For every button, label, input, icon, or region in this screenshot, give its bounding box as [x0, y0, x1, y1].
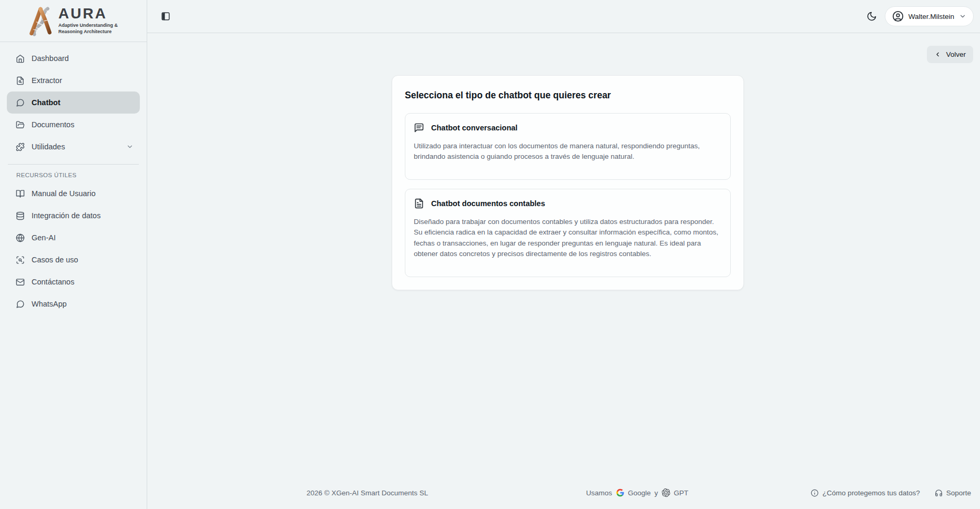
back-button[interactable]: Volver [927, 46, 973, 63]
user-avatar-icon [892, 11, 904, 22]
sidebar-item-label: WhatsApp [32, 300, 67, 308]
sidebar-item-documentos[interactable]: Documentos [7, 114, 140, 136]
providers-conjunction: y [655, 489, 658, 497]
brand-tagline: Adaptive Understanding & Reasoning Archi… [58, 23, 118, 35]
option-title: Chatbot documentos contables [431, 199, 545, 208]
openai-icon [662, 488, 670, 497]
info-icon [811, 489, 819, 497]
sidebar-item-chatbot[interactable]: Chatbot [7, 91, 140, 114]
sidebar-item-casos-de-uso[interactable]: Casos de uso [7, 249, 140, 271]
footer-providers: Usamos Google y GPT [586, 488, 689, 497]
sidebar-item-manual-de-usuario[interactable]: Manual de Usuario [7, 182, 140, 205]
file-text-icon [414, 198, 424, 209]
providers-prefix: Usamos [586, 489, 612, 497]
chevron-left-icon [934, 51, 941, 58]
sidebar-item-label: Gen-AI [32, 233, 56, 242]
option-description: Utilizado para interactuar con los docum… [414, 141, 722, 162]
app-logo: AURA Adaptive Understanding & Reasoning … [0, 0, 147, 42]
back-button-label: Volver [946, 50, 966, 58]
book-open-icon [16, 189, 25, 198]
scan-search-icon [16, 256, 25, 264]
sidebar-item-label: Dashboard [32, 54, 69, 63]
support-link-label: Soporte [946, 489, 971, 497]
sidebar-item-label: Integración de datos [32, 211, 100, 220]
footer: 2026 © XGen-AI Smart Documents SL Usamos… [294, 476, 980, 509]
sidebar-item-utilidades[interactable]: Utilidades [7, 136, 140, 158]
user-menu-button[interactable]: Walter.Milstein [885, 6, 974, 26]
option-chatbot-documentos-contables[interactable]: Chatbot documentos contables Diseñado pa… [405, 189, 731, 277]
footer-copyright: 2026 © XGen-AI Smart Documents SL [307, 489, 428, 497]
sidebar-item-contactanos[interactable]: Contáctanos [7, 271, 140, 293]
sidebar-item-label: Utilidades [32, 142, 65, 151]
globe-icon [16, 233, 25, 242]
home-icon [16, 54, 25, 63]
sidebar-item-dashboard[interactable]: Dashboard [7, 47, 140, 69]
chevron-down-icon [959, 13, 966, 20]
privacy-link-label: ¿Cómo protegemos tus datos? [822, 489, 920, 497]
dark-mode-toggle-icon[interactable] [866, 11, 877, 22]
sidebar-section-label: RECURSOS ÚTILES [7, 165, 140, 182]
sidebar-toggle-icon[interactable] [161, 12, 170, 21]
sidebar-item-integracion-de-datos[interactable]: Integración de datos [7, 205, 140, 227]
sidebar-nav: Dashboard Extractor Chatbot Documentos U… [0, 42, 147, 315]
sidebar-item-label: Contáctanos [32, 278, 74, 286]
puzzle-icon [16, 142, 25, 151]
chevron-down-icon [126, 143, 134, 150]
database-icon [16, 211, 25, 220]
sidebar-item-label: Manual de Usuario [32, 189, 96, 198]
sidebar-item-gen-ai[interactable]: Gen-AI [7, 227, 140, 249]
sidebar-item-extractor[interactable]: Extractor [7, 69, 140, 91]
file-search-icon [16, 76, 25, 85]
option-chatbot-conversacional[interactable]: Chatbot conversacional Utilizado para in… [405, 113, 731, 180]
aura-logo-icon [26, 6, 56, 36]
privacy-link[interactable]: ¿Cómo protegemos tus datos? [811, 489, 920, 497]
headphones-icon [935, 489, 943, 497]
card-title: Selecciona el tipo de chatbot que quiere… [405, 90, 731, 101]
mail-icon [16, 278, 25, 287]
option-description: Diseñado para trabajar con documentos co… [414, 217, 722, 259]
provider-google-label: Google [628, 489, 651, 497]
user-name: Walter.Milstein [908, 13, 954, 21]
chat-bubble-icon [16, 98, 25, 107]
chat-bubble-icon [16, 300, 25, 309]
google-icon [616, 488, 624, 497]
sidebar-item-whatsapp[interactable]: WhatsApp [7, 293, 140, 315]
sidebar-item-label: Casos de uso [32, 256, 78, 264]
option-title: Chatbot conversacional [431, 124, 517, 132]
sidebar-item-label: Extractor [32, 76, 62, 85]
brand-name: AURA [58, 6, 118, 21]
provider-gpt-label: GPT [674, 489, 689, 497]
sidebar-item-label: Chatbot [32, 98, 60, 107]
top-bar: Walter.Milstein [147, 0, 980, 33]
chat-square-text-icon [414, 123, 424, 133]
sidebar: AURA Adaptive Understanding & Reasoning … [0, 0, 147, 509]
folder-icon [16, 120, 25, 129]
sidebar-item-label: Documentos [32, 120, 74, 129]
chatbot-type-card: Selecciona el tipo de chatbot que quiere… [392, 75, 744, 290]
main-content: Volver Selecciona el tipo de chatbot que… [147, 33, 980, 509]
support-link[interactable]: Soporte [935, 489, 971, 497]
